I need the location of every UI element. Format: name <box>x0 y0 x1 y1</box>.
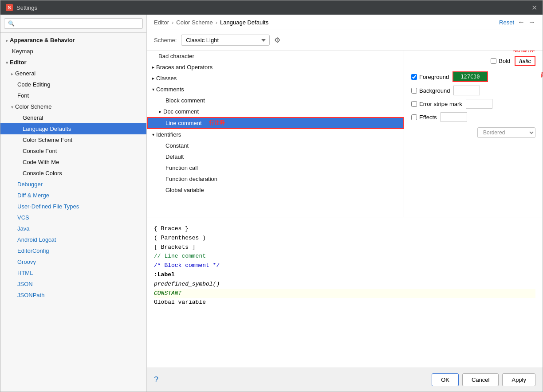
background-label: Background <box>419 87 450 94</box>
search-input[interactable] <box>4 18 143 29</box>
tree-item-label: Bad character <box>158 53 194 59</box>
scheme-select[interactable]: Classic Light Darcula High Contrast Defa… <box>181 35 270 46</box>
effects-swatch[interactable] <box>441 112 467 122</box>
tree-item-comments[interactable]: ▾Comments <box>147 84 404 95</box>
sidebar-item-editorconfig[interactable]: EditorConfig <box>0 245 146 256</box>
preview-line-constant: CONSTANT <box>154 289 535 298</box>
scheme-settings-icon[interactable]: ⚙ <box>274 36 280 44</box>
preview-line-braces: { Braces } <box>154 224 535 234</box>
preview-line-label: :Label <box>154 270 535 280</box>
sidebar-label: EditorConfig <box>17 247 49 254</box>
sidebar-item-editor[interactable]: ▾Editor <box>0 57 146 68</box>
tree-item-label: Line comment <box>165 120 202 126</box>
sidebar-label: HTML <box>17 270 33 276</box>
tree-item-line-comment[interactable]: Line comment行注释 <box>147 117 404 129</box>
tree-item-identifiers[interactable]: ▾Identifiers <box>147 129 404 140</box>
arrow-icon: ▸ <box>6 38 8 43</box>
sidebar-item-console-colors[interactable]: Console Colors <box>0 168 146 179</box>
sidebar-item-keymap[interactable]: Keymap <box>0 46 146 57</box>
background-color-swatch[interactable] <box>453 86 480 95</box>
sidebar-label: Java <box>17 225 29 232</box>
sidebar-item-code-with-me[interactable]: Code With Me <box>0 157 146 168</box>
sidebar-item-general[interactable]: ▸General <box>0 68 146 79</box>
tree-item-function-call[interactable]: Function call <box>147 162 404 173</box>
foreground-checkbox-label[interactable]: Foreground <box>411 74 449 80</box>
preview-line-line-comment: // Line comment <box>154 252 535 261</box>
sidebar-label: Android Logcat <box>17 236 56 243</box>
sidebar-item-color-scheme-general[interactable]: General <box>0 112 146 123</box>
arrow-icon: ▸ <box>11 71 13 76</box>
tree-item-classes[interactable]: ▸Classes <box>147 73 404 84</box>
sidebar-item-language-defaults[interactable]: Language Defaults <box>0 123 146 134</box>
sidebar-label: Code With Me <box>23 159 59 165</box>
sidebar-label: Font <box>17 92 29 99</box>
bold-label: Bold <box>499 58 510 64</box>
tree-item-doc-comment[interactable]: ▸Doc comment <box>147 106 404 117</box>
tree-item-constant[interactable]: Constant <box>147 140 404 151</box>
sidebar-item-font[interactable]: Font <box>0 90 146 101</box>
back-button[interactable]: ← <box>518 18 525 26</box>
italic-button[interactable]: Italic <box>515 56 535 66</box>
sidebar-item-groovy[interactable]: Groovy <box>0 256 146 267</box>
tree-item-label: Constant <box>165 142 189 149</box>
background-checkbox-label[interactable]: Background <box>411 87 450 94</box>
breadcrumb-color-scheme: Color Scheme <box>176 19 212 26</box>
sidebar-label: General <box>15 70 35 77</box>
tree-item-bad-char[interactable]: Bad character <box>147 51 404 62</box>
effects-dropdown[interactable]: Bordered Underline Bold underline Strike… <box>477 127 535 138</box>
tree-item-global-var[interactable]: Global variable <box>147 184 404 196</box>
cancel-button[interactable]: Cancel <box>462 373 499 386</box>
sidebar-item-vcs[interactable]: VCS <box>0 212 146 223</box>
sidebar-item-html[interactable]: HTML <box>0 267 146 278</box>
tree-item-block-comment[interactable]: Block comment <box>147 95 404 106</box>
sidebar-label: JSON <box>17 281 33 287</box>
app-icon: S <box>6 4 13 11</box>
sidebar-item-color-scheme[interactable]: ▾Color Scheme <box>0 101 146 112</box>
sidebar-item-android-logcat[interactable]: Android Logcat <box>0 234 146 245</box>
ok-button[interactable]: OK <box>432 373 459 386</box>
close-button[interactable]: ✕ <box>531 4 537 12</box>
sidebar-item-json[interactable]: JSON <box>0 278 146 290</box>
error-stripe-checkbox[interactable] <box>411 101 417 107</box>
annotation-color: 颜色设置 <box>541 71 543 79</box>
sidebar-item-appearance[interactable]: ▸Appearance & Behavior <box>0 35 146 46</box>
preview-line-block-comment: /* Block comment */ <box>154 261 535 270</box>
breadcrumb-active: Language Defaults <box>220 19 268 26</box>
sidebar-label: VCS <box>17 214 29 221</box>
sidebar-label: JSONPath <box>17 292 44 298</box>
effects-checkbox-label[interactable]: Effects <box>411 114 437 121</box>
bold-checkbox-label[interactable]: Bold <box>491 58 510 64</box>
tree-item-function-decl[interactable]: Function declaration <box>147 173 404 184</box>
error-stripe-swatch[interactable] <box>466 99 492 109</box>
sidebar-label: Code Editing <box>17 81 50 88</box>
sidebar-item-color-scheme-font[interactable]: Color Scheme Font <box>0 134 146 145</box>
sidebar-label: Groovy <box>17 259 36 265</box>
sidebar-item-user-defined[interactable]: User-Defined File Types <box>0 201 146 212</box>
tree-item-label: Comments <box>156 86 184 93</box>
tree-item-label: Identifiers <box>156 131 181 138</box>
tree-item-default[interactable]: Default <box>147 151 404 162</box>
background-checkbox[interactable] <box>411 88 417 94</box>
color-tree: Bad character▸Braces and Operators▸Class… <box>147 51 404 217</box>
foreground-color-swatch[interactable]: 127C30 <box>452 71 488 82</box>
effects-checkbox[interactable] <box>411 114 417 120</box>
sidebar-item-jsonpath[interactable]: JSONPath <box>0 290 146 301</box>
sidebar-item-code-editing[interactable]: Code Editing <box>0 79 146 90</box>
window-title: Settings <box>16 4 37 11</box>
sidebar-item-console-font[interactable]: Console Font <box>0 145 146 157</box>
error-stripe-label[interactable]: Error stripe mark <box>411 101 462 107</box>
apply-button[interactable]: Apply <box>502 373 535 386</box>
sidebar-item-diff-merge[interactable]: Diff & Merge <box>0 190 146 201</box>
sidebar-label: Color Scheme <box>15 103 51 110</box>
tree-item-label: Doc comment <box>163 108 199 115</box>
tree-item-braces-ops[interactable]: ▸Braces and Operators <box>147 62 404 73</box>
forward-button[interactable]: → <box>528 18 535 26</box>
sidebar-item-debugger[interactable]: Debugger <box>0 179 146 190</box>
sidebar-label: Debugger <box>17 181 43 188</box>
foreground-checkbox[interactable] <box>411 74 417 80</box>
sidebar-item-java[interactable]: Java <box>0 223 146 234</box>
help-icon[interactable]: ? <box>154 375 158 384</box>
reset-button[interactable]: Reset <box>499 19 514 26</box>
bold-checkbox[interactable] <box>491 58 496 64</box>
sidebar-label: Color Scheme Font <box>23 137 72 143</box>
